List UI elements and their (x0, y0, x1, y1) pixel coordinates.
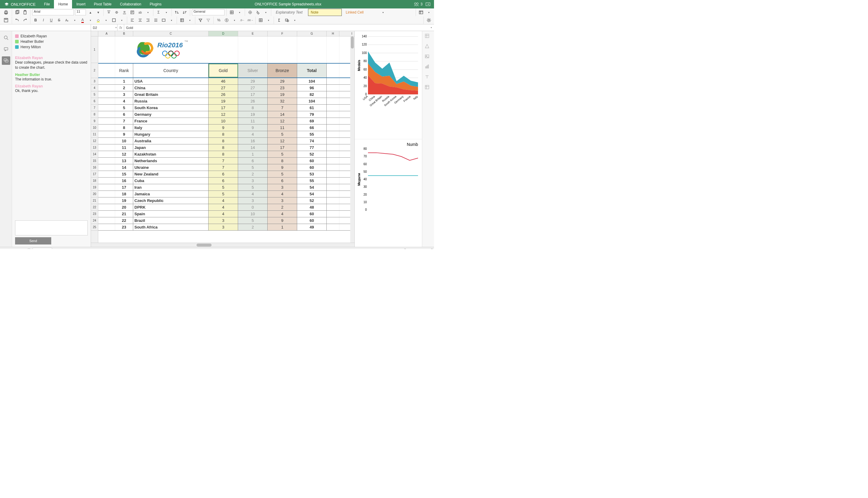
row-header[interactable]: 25 (91, 224, 98, 231)
cell-silver[interactable]: 26 (238, 98, 268, 104)
table-row[interactable]: 9Hungary84555 (98, 131, 355, 138)
cell-rank[interactable]: 16 (115, 178, 133, 184)
cell-total[interactable]: 54 (297, 184, 327, 191)
table-row[interactable]: 23South Africa32149 (98, 224, 355, 231)
table-row[interactable]: 13Netherlands76860 (98, 158, 355, 164)
cell-gold[interactable]: 9 (209, 124, 238, 131)
image-settings-icon[interactable] (425, 54, 432, 61)
settings-button[interactable] (426, 17, 432, 24)
column-header[interactable]: I (339, 31, 355, 36)
table-row[interactable]: 7France10111269 (98, 118, 355, 124)
clear-dropdown[interactable]: ▾ (263, 9, 269, 16)
cell-reference-box[interactable]: D2▾ (91, 24, 118, 31)
spreadsheet-grid[interactable]: ABCDEFGHIJK 1234567891011121314151617181… (91, 31, 355, 247)
cell-rank[interactable]: 2 (115, 85, 133, 91)
cell-rank[interactable]: 6 (115, 111, 133, 118)
cell-bronze[interactable]: 5 (268, 171, 297, 177)
fill-color-dropdown[interactable]: ▾ (103, 17, 109, 24)
cell-settings-icon[interactable] (425, 34, 432, 41)
font-color-dropdown[interactable]: ▾ (87, 17, 94, 24)
merge-button[interactable] (160, 17, 167, 24)
collaborator-count[interactable]: 3 (414, 2, 423, 6)
align-middle-button[interactable] (113, 9, 120, 16)
table-row[interactable]: 4Russia192632104 (98, 98, 355, 105)
zoom-in-button[interactable]: + (430, 249, 434, 249)
cell-rank[interactable]: 11 (115, 144, 133, 151)
cell-country[interactable]: Brazil (133, 217, 209, 224)
column-header[interactable]: D (209, 31, 238, 36)
cell-silver[interactable]: 5 (238, 217, 268, 224)
paste-button[interactable] (22, 9, 28, 16)
table-header-total[interactable]: Total (297, 64, 327, 78)
cell-country[interactable]: South Africa (133, 224, 209, 230)
cell-rank[interactable]: 8 (115, 124, 133, 131)
align-top-button[interactable] (106, 9, 112, 16)
cell-bronze[interactable]: 17 (268, 144, 297, 151)
cell-country[interactable]: Spain (133, 211, 209, 217)
cell-rank[interactable]: 17 (115, 184, 133, 191)
cell-silver[interactable]: 10 (238, 211, 268, 217)
cell-silver[interactable]: 19 (238, 111, 268, 118)
select-all-corner[interactable] (91, 31, 98, 36)
cell-style-linked[interactable]: Linked Cell (343, 9, 377, 16)
row-header[interactable]: 17 (91, 171, 98, 178)
cell-silver[interactable]: 0 (238, 204, 268, 210)
cell-silver[interactable]: 4 (238, 191, 268, 197)
cell-silver[interactable]: 3 (238, 197, 268, 204)
row-header[interactable]: 22 (91, 204, 98, 211)
cell-total[interactable]: 60 (297, 217, 327, 224)
sum-button[interactable]: Σ (155, 9, 162, 16)
cell-rank[interactable]: 14 (115, 164, 133, 171)
cell-bronze[interactable]: 23 (268, 85, 297, 91)
cell-rank[interactable]: 19 (115, 197, 133, 204)
shape-settings-icon[interactable] (425, 44, 432, 51)
cell-rank[interactable]: 13 (115, 158, 133, 164)
cell-gold[interactable]: 46 (209, 78, 238, 84)
cell-total[interactable]: 54 (297, 191, 327, 197)
horizontal-scrollbar[interactable] (91, 243, 355, 247)
cell-silver[interactable]: 2 (238, 224, 268, 230)
table-template-button[interactable] (418, 9, 424, 16)
table-header-silver[interactable]: Silver (238, 64, 268, 78)
sheet-cells[interactable]: Rio2016TMRankCountryGoldSilverBronzeTota… (98, 37, 355, 243)
table-row[interactable]: 6Germany12191479 (98, 111, 355, 118)
filter-button[interactable] (197, 17, 204, 24)
number-format-select[interactable]: General (192, 9, 225, 15)
cell-rank[interactable]: 7 (115, 118, 133, 124)
cell-bronze[interactable]: 12 (268, 118, 297, 124)
cell-country[interactable]: South Korea (133, 105, 209, 111)
cell-style-note[interactable]: Note (308, 9, 342, 16)
cell-rank[interactable]: 23 (115, 224, 133, 230)
sort-asc-button[interactable] (174, 9, 180, 16)
row-header[interactable]: 3 (91, 78, 98, 85)
insert-cells-dropdown[interactable]: ▾ (236, 9, 243, 16)
cell-gold[interactable]: 8 (209, 138, 238, 144)
cell-bronze[interactable]: 5 (268, 151, 297, 157)
cell-total[interactable]: 104 (297, 98, 327, 104)
column-header[interactable]: B (115, 31, 133, 36)
underline-button[interactable]: U (48, 17, 55, 24)
cell-bronze[interactable]: 3 (268, 184, 297, 191)
row-header[interactable]: 13 (91, 144, 98, 151)
insert-shape-dropdown[interactable]: ▾ (292, 17, 298, 24)
insert-cells-button[interactable] (228, 9, 235, 16)
cell-total[interactable]: 55 (297, 131, 327, 137)
cell-total[interactable]: 77 (297, 144, 327, 151)
table-row[interactable]: 14Ukraine75960 (98, 164, 355, 171)
row-header[interactable]: 5 (91, 91, 98, 98)
zoom-out-button[interactable]: − (403, 249, 407, 249)
formula-input[interactable]: Gold (124, 26, 429, 29)
menu-tab-file[interactable]: File (40, 0, 54, 9)
table-row[interactable]: 10Australia8161274 (98, 138, 355, 144)
medals-line-chart[interactable]: 01020304050607080МедалиNumb (355, 139, 422, 247)
table-row[interactable]: 12Kazakhstan81552 (98, 151, 355, 158)
sort-desc-button[interactable] (182, 9, 188, 16)
cell-silver[interactable]: 3 (238, 178, 268, 184)
chat-button[interactable] (2, 56, 10, 65)
table-row[interactable]: 21Spain410460 (98, 211, 355, 217)
insert-function-button[interactable] (276, 17, 282, 24)
cell-silver[interactable]: 2 (238, 171, 268, 177)
cell-total[interactable]: 79 (297, 111, 327, 118)
decrease-decimal-button[interactable]: .0← (239, 17, 246, 24)
cell-bronze[interactable]: 5 (268, 131, 297, 137)
